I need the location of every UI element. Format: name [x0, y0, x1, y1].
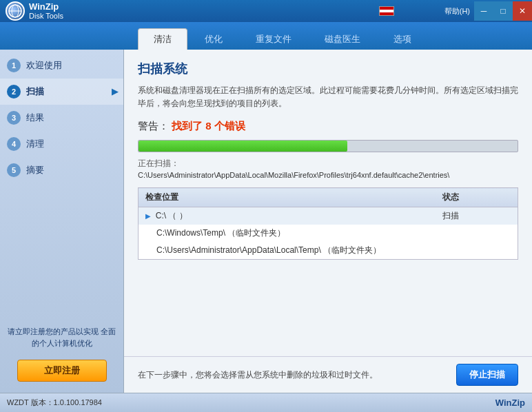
step-num-5: 5 [7, 163, 21, 177]
register-button[interactable]: 立即注册 [17, 360, 107, 382]
stop-scan-button[interactable]: 停止扫描 [456, 364, 518, 386]
sidebar: 1 欢迎使用 2 扫描 ▶ 3 结果 4 清理 5 摘要 请立即注册您的产品以实… [0, 50, 124, 393]
table-cell-status [436, 242, 518, 260]
table-header-status: 状态 [436, 188, 518, 207]
minimize-button[interactable]: ─ [474, 1, 493, 21]
title-bar: WinZip Disk Tools 帮助(H) ─ □ ✕ [0, 0, 532, 22]
window-controls: ─ □ ✕ [474, 0, 532, 22]
tab-diskdoc[interactable]: 磁盘医生 [309, 28, 376, 50]
scanning-path: C:\Users\Administrator\AppData\Local\Moz… [138, 171, 518, 179]
tab-clean[interactable]: 清洁 [138, 28, 187, 50]
warning-label: 警告： [138, 120, 169, 132]
table-header-location: 检查位置 [139, 188, 436, 207]
sidebar-label-clean: 清理 [26, 138, 44, 150]
step-num-2: 2 [7, 85, 21, 99]
step-num-1: 1 [7, 59, 21, 72]
progress-bar-fill [139, 141, 347, 152]
app-logo [6, 1, 25, 21]
table-cell-status [436, 225, 518, 242]
sidebar-item-welcome[interactable]: 1 欢迎使用 [0, 52, 123, 79]
table-row: C:\Users\Administrator\AppData\Local\Tem… [139, 242, 518, 260]
table-row: C:\Windows\Temp\ （临时文件夹） [139, 225, 518, 242]
scan-table: 检查位置 状态 ▶ C:\ （ ）扫描C:\Windows\Temp\ （临时文… [138, 187, 518, 260]
sidebar-label-welcome: 欢迎使用 [26, 59, 62, 72]
version-text: WZDT 版本：1.0.100.17984 [7, 398, 102, 408]
sidebar-item-results[interactable]: 3 结果 [0, 105, 123, 131]
arrow-icon: ▶ [112, 87, 118, 96]
sidebar-item-scan[interactable]: 2 扫描 ▶ [0, 79, 123, 105]
table-cell-path: C:\Windows\Temp\ （临时文件夹） [139, 225, 436, 242]
promo-text: 请立即注册您的产品以实现 全面的个人计算机优化 [0, 319, 123, 356]
scanning-label: 正在扫描： [138, 158, 518, 169]
warning-line: 警告： 找到了 8 个错误 [138, 120, 518, 133]
tab-options[interactable]: 选项 [378, 28, 427, 50]
step-num-3: 3 [7, 111, 21, 125]
table-row: ▶ C:\ （ ）扫描 [139, 207, 518, 225]
app-title: WinZip Disk Tools [29, 1, 63, 21]
sidebar-item-summary[interactable]: 5 摘要 [0, 157, 123, 183]
sidebar-bottom-space [0, 386, 123, 393]
content-description: 系统和磁盘清理器现在正在扫描所有的选定区域。此过程可能需要花费几分钟时间。所有选… [138, 84, 518, 110]
sidebar-label-results: 结果 [26, 112, 44, 124]
action-bar: 在下一步骤中，您将会选择需从您系统中删除的垃圾和过时文件。 停止扫描 [124, 356, 532, 393]
close-button[interactable]: ✕ [513, 1, 532, 21]
maximize-button[interactable]: □ [493, 1, 513, 21]
page-title: 扫描系统 [138, 61, 518, 77]
sidebar-label-scan: 扫描 [26, 85, 44, 98]
bottom-bar: WZDT 版本：1.0.100.17984 WinZip [0, 393, 532, 412]
help-button[interactable]: 帮助(H) [444, 6, 470, 17]
sidebar-item-clean[interactable]: 4 清理 [0, 131, 123, 157]
tab-bar: 清洁 优化 重复文件 磁盘医生 选项 [0, 22, 532, 50]
progress-bar-container [138, 140, 518, 152]
table-cell-path: ▶ C:\ （ ） [139, 207, 436, 225]
content-area: 扫描系统 系统和磁盘清理器现在正在扫描所有的选定区域。此过程可能需要花费几分钟时… [124, 50, 532, 393]
sidebar-label-summary: 摘要 [26, 164, 44, 176]
expand-icon[interactable]: ▶ [145, 212, 153, 220]
table-cell-path: C:\Users\Administrator\AppData\Local\Tem… [139, 242, 436, 260]
flag-icon [379, 6, 394, 16]
sidebar-spacer [0, 183, 123, 319]
step-num-4: 4 [7, 137, 21, 151]
warning-value: 找到了 8 个错误 [172, 120, 245, 132]
tab-duplicates[interactable]: 重复文件 [240, 28, 307, 50]
table-cell-status: 扫描 [436, 207, 518, 225]
action-description: 在下一步骤中，您将会选择需从您系统中删除的垃圾和过时文件。 [138, 369, 378, 381]
main-layout: 1 欢迎使用 2 扫描 ▶ 3 结果 4 清理 5 摘要 请立即注册您的产品以实… [0, 50, 532, 393]
tab-optimize[interactable]: 优化 [189, 28, 238, 50]
brand-text: WinZip [495, 398, 525, 408]
